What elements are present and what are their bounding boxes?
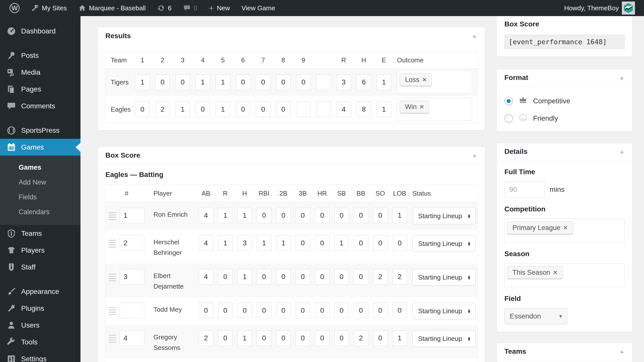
sidebar-item-staff[interactable]: Staff [0, 259, 80, 276]
inning-input[interactable] [236, 102, 250, 117]
stat-input[interactable] [257, 330, 271, 346]
stat-input[interactable] [199, 269, 213, 285]
stat-input[interactable] [296, 269, 310, 285]
stat-input[interactable] [257, 235, 271, 251]
stat-input[interactable] [218, 303, 233, 318]
format-option-competitive[interactable]: Competitive [504, 96, 625, 106]
stat-input[interactable] [296, 235, 310, 251]
my-sites-menu[interactable]: My Sites [27, 0, 71, 16]
shortcode-input[interactable] [504, 35, 625, 49]
sidebar-item-sportspress[interactable]: SportsPress [0, 122, 80, 139]
stat-input[interactable] [354, 208, 368, 223]
collapse-icon[interactable]: ▲ [619, 349, 625, 354]
collapse-icon[interactable]: ▲ [619, 149, 625, 154]
sidebar-item-games[interactable]: Games [0, 139, 80, 156]
stat-input[interactable] [296, 303, 310, 318]
inning-input[interactable] [155, 102, 170, 117]
outcome-chip[interactable]: Win× [400, 101, 429, 113]
outcome-chip[interactable]: Loss× [400, 73, 432, 86]
submenu-item-fields[interactable]: Fields [0, 190, 80, 205]
drag-handle[interactable] [109, 335, 116, 343]
stat-input[interactable] [334, 208, 349, 223]
field-select[interactable]: Essendon ▾ [504, 308, 567, 324]
sidebar-item-plugins[interactable]: Plugins [0, 300, 80, 317]
hits-input[interactable] [356, 102, 371, 117]
status-select[interactable]: Starting Lineup▲▼ [412, 330, 476, 347]
format-option-friendly[interactable]: Friendly [504, 113, 625, 124]
inning-input[interactable] [296, 102, 311, 117]
inning-input[interactable] [216, 74, 230, 90]
inning-input[interactable] [155, 74, 170, 90]
player-number-input[interactable] [120, 269, 144, 285]
remove-icon[interactable]: × [420, 103, 424, 111]
player-number-input[interactable] [120, 303, 144, 318]
submenu-item-add-new[interactable]: Add New [0, 175, 80, 190]
stat-input[interactable] [276, 208, 291, 223]
inning-input[interactable] [135, 74, 150, 90]
runs-input[interactable] [336, 74, 351, 90]
collapse-icon[interactable]: ▲ [472, 153, 477, 158]
inning-input[interactable] [256, 74, 270, 90]
stat-input[interactable] [199, 235, 213, 251]
sidebar-item-teams[interactable]: Teams [0, 225, 80, 242]
sidebar-item-posts[interactable]: Posts [0, 47, 80, 64]
status-select[interactable]: Starting Lineup▲▼ [412, 269, 476, 286]
radio-unchecked-icon[interactable] [504, 114, 513, 123]
stat-input[interactable] [354, 330, 368, 346]
new-content-menu[interactable]: + New [205, 0, 234, 16]
sidebar-item-dashboard[interactable]: Dashboard [0, 23, 80, 39]
status-select[interactable]: Starting Lineup▲▼ [412, 303, 476, 319]
drag-handle[interactable] [109, 307, 116, 315]
inning-input[interactable] [175, 102, 190, 117]
inning-input[interactable] [316, 102, 331, 117]
stat-input[interactable] [373, 330, 388, 346]
stat-input[interactable] [392, 269, 407, 285]
stat-input[interactable] [237, 269, 252, 285]
stat-input[interactable] [373, 208, 388, 223]
sidebar-item-players[interactable]: Players [0, 242, 80, 259]
stat-input[interactable] [276, 269, 291, 285]
sidebar-item-users[interactable]: Users [0, 317, 80, 334]
updates-menu[interactable]: 6 [153, 0, 175, 16]
stat-input[interactable] [276, 330, 291, 346]
inning-input[interactable] [256, 102, 270, 117]
stat-input[interactable] [237, 208, 252, 223]
stat-input[interactable] [237, 330, 252, 346]
stat-input[interactable] [354, 269, 368, 285]
stat-input[interactable] [218, 330, 233, 346]
hits-input[interactable] [356, 74, 371, 90]
view-game-link[interactable]: View Game [237, 0, 279, 16]
stat-input[interactable] [218, 235, 233, 251]
inning-input[interactable] [175, 74, 190, 90]
stat-input[interactable] [218, 269, 233, 285]
stat-input[interactable] [334, 235, 349, 251]
stat-input[interactable] [315, 303, 330, 318]
wp-logo-menu[interactable]: W [6, 0, 24, 16]
stat-input[interactable] [354, 303, 368, 318]
stat-input[interactable] [392, 303, 407, 318]
collapse-icon[interactable]: ▲ [619, 75, 625, 80]
season-chip[interactable]: This Season× [507, 266, 562, 279]
drag-handle[interactable] [109, 212, 116, 220]
runs-input[interactable] [336, 102, 351, 117]
inning-input[interactable] [195, 102, 210, 117]
stat-input[interactable] [392, 208, 407, 223]
stat-input[interactable] [257, 303, 271, 318]
stat-input[interactable] [276, 235, 291, 251]
inning-input[interactable] [296, 74, 311, 90]
sidebar-item-comments[interactable]: Comments [0, 98, 80, 114]
submenu-item-games[interactable]: Games [0, 160, 80, 175]
site-menu[interactable]: Marquee - Baseball [74, 0, 150, 16]
stat-input[interactable] [199, 208, 213, 223]
remove-icon[interactable]: × [422, 76, 426, 84]
stat-input[interactable] [315, 330, 330, 346]
sidebar-item-pages[interactable]: Pages [0, 81, 80, 98]
season-box[interactable]: This Season× [504, 263, 625, 287]
errors-input[interactable] [377, 74, 391, 90]
player-number-input[interactable] [120, 330, 144, 346]
stat-input[interactable] [334, 269, 349, 285]
stat-input[interactable] [257, 269, 271, 285]
inning-input[interactable] [276, 102, 291, 117]
radio-checked-icon[interactable] [504, 97, 513, 105]
competition-box[interactable]: Primary League× [504, 219, 625, 242]
